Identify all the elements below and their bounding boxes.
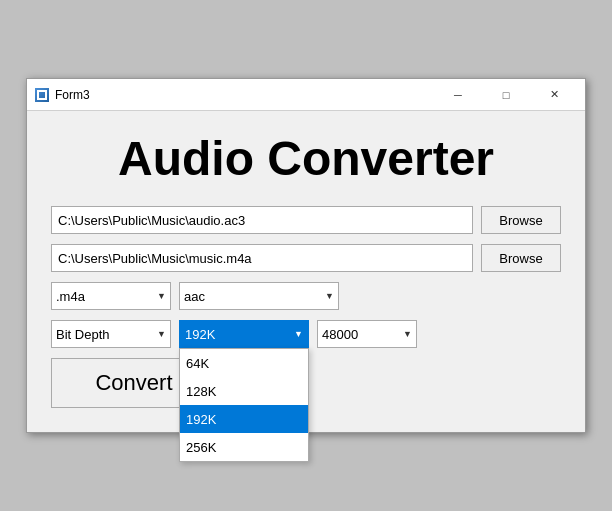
title-bar-left: Form3 [35,88,90,102]
bitrate-select-display[interactable]: 192K ▼ [179,320,309,348]
browse1-button[interactable]: Browse [481,206,561,234]
format-codec-row: .m4a .mp3 .wav .flac aac mp3 flac pcm [51,282,561,310]
bitrate-arrow-icon: ▼ [294,329,303,339]
output-file-field[interactable] [51,244,473,272]
bitrate-option-192k[interactable]: 192K [180,405,308,433]
input-file-field[interactable] [51,206,473,234]
codec-select[interactable]: aac mp3 flac pcm [179,282,339,310]
maximize-button[interactable]: □ [483,80,529,110]
minimize-button[interactable]: ─ [435,80,481,110]
bitdepth-bitrate-samplerate-row: Bit Depth 8 16 24 32 192K ▼ 64K 128K 192… [51,320,561,348]
title-bar: Form3 ─ □ ✕ [27,79,585,111]
close-button[interactable]: ✕ [531,80,577,110]
bitrate-dropdown-container: 192K ▼ 64K 128K 192K 256K [179,320,309,348]
codec-wrapper: aac mp3 flac pcm [179,282,339,310]
bitrate-option-128k[interactable]: 128K [180,377,308,405]
bitrate-selected-value: 192K [185,327,215,342]
input-file-row: Browse [51,206,561,234]
bitrate-dropdown-list: 64K 128K 192K 256K [179,348,309,462]
window-body: Audio Converter Browse Browse .m4a .mp3 … [27,111,585,432]
samplerate-select[interactable]: 48000 44100 22050 16000 [317,320,417,348]
main-window: Form3 ─ □ ✕ Audio Converter Browse Brows… [26,78,586,433]
browse2-button[interactable]: Browse [481,244,561,272]
format-select[interactable]: .m4a .mp3 .wav .flac [51,282,171,310]
bitdepth-select[interactable]: Bit Depth 8 16 24 32 [51,320,171,348]
samplerate-wrapper: 48000 44100 22050 16000 [317,320,417,348]
bitdepth-wrapper: Bit Depth 8 16 24 32 [51,320,171,348]
format-wrapper: .m4a .mp3 .wav .flac [51,282,171,310]
title-bar-controls: ─ □ ✕ [435,80,577,110]
window-title: Form3 [55,88,90,102]
output-file-row: Browse [51,244,561,272]
app-icon [35,88,49,102]
bitrate-option-256k[interactable]: 256K [180,433,308,461]
bitrate-option-64k[interactable]: 64K [180,349,308,377]
app-title: Audio Converter [51,131,561,186]
